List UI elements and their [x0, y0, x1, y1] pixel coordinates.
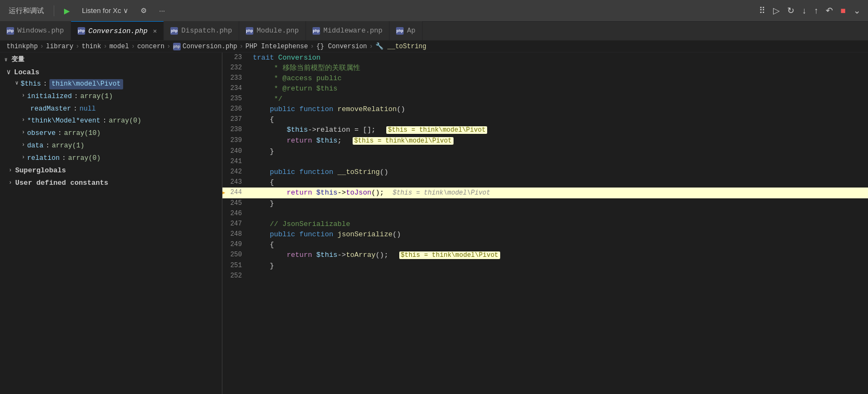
code-editor: 23 trait Conversion 232 * 移除当前模型的关联属性 23…: [222, 53, 868, 394]
listen-button[interactable]: Listen for Xc ∨: [78, 4, 133, 17]
code-line-232: 232 * 移除当前模型的关联属性: [222, 63, 868, 73]
observe-var-item[interactable]: › observe : array(10): [0, 127, 222, 140]
code-content-243: {: [248, 177, 868, 188]
line-num-235: 235: [222, 94, 248, 104]
line-num-247: 247: [222, 219, 248, 229]
line-num-246: 246: [222, 209, 248, 219]
event-var-item[interactable]: › *think\Model*event : array(0): [0, 115, 222, 127]
code-content-241: [248, 157, 868, 167]
download-button[interactable]: ↓: [799, 4, 809, 18]
breadcrumb-model[interactable]: model: [110, 43, 129, 50]
toolbar-separator-1: [54, 5, 54, 16]
undo-button[interactable]: ↶: [822, 3, 836, 18]
stop-button[interactable]: ■: [837, 4, 849, 18]
chevron-down-button[interactable]: ⌄: [850, 3, 864, 18]
play-arrow-button[interactable]: ▷: [770, 3, 783, 18]
code-content-248: public function jsonSerialize(): [248, 229, 868, 240]
locals-header[interactable]: ∨ Locals: [0, 66, 222, 78]
tab-ap[interactable]: php Ap: [390, 21, 423, 40]
breadcrumb-intelephense[interactable]: PHP Intelephense: [246, 43, 308, 50]
breadcrumb-think[interactable]: think: [81, 43, 101, 50]
code-content-246: [248, 209, 868, 219]
tab-ap-label: Ap: [407, 27, 416, 35]
toolbar: 运行和调试 ▶ Listen for Xc ∨ ⚙ ··· ⠿ ▷ ↻ ↓ ↑ …: [0, 0, 868, 22]
user-defined-header[interactable]: › User defined constants: [0, 177, 222, 189]
this-key: $this: [21, 79, 41, 89]
code-line-250: 250 return $this->toArray(); $this = thi…: [222, 250, 868, 261]
breadcrumb-thinkphp[interactable]: thinkphp: [7, 43, 38, 50]
php-icon-module: php: [246, 27, 253, 35]
line-num-240: 240: [222, 146, 248, 157]
upload-button[interactable]: ↑: [810, 4, 821, 18]
observe-key: observe: [27, 128, 56, 139]
code-content-239: return $this; $this = think\model\Pivot: [248, 135, 868, 146]
code-content-236: public function removeRelation(): [248, 104, 868, 114]
initialized-key: initialized: [27, 92, 72, 102]
breadcrumb-conversion-class[interactable]: {} Conversion: [316, 43, 367, 50]
variables-header[interactable]: ∨ 变量: [0, 53, 222, 66]
superglobals-header[interactable]: › Superglobals: [0, 164, 222, 177]
breadcrumb-file[interactable]: Conversion.php: [183, 43, 238, 50]
tab-conversion[interactable]: php Conversion.php ✕: [71, 21, 164, 40]
code-content-237: {: [248, 114, 868, 125]
play-button[interactable]: ▶: [60, 4, 74, 17]
line-num-243: 243: [222, 177, 248, 188]
code-content-245: }: [248, 198, 868, 209]
line-num-241: 241: [222, 157, 248, 167]
code-content-233: * @access public: [248, 73, 868, 83]
initialized-expand[interactable]: ›: [22, 92, 25, 100]
line-num-245: 245: [222, 198, 248, 209]
line-num-23: 23: [222, 53, 248, 63]
observe-expand[interactable]: ›: [22, 128, 25, 137]
user-defined-label: User defined constants: [15, 179, 108, 187]
line-num-236: 236: [222, 104, 248, 114]
php-icon-middleware: php: [312, 27, 320, 35]
line-num-237: 237: [222, 114, 248, 125]
event-expand[interactable]: ›: [22, 116, 25, 124]
relation-expand[interactable]: ›: [22, 153, 25, 162]
breadcrumb-tostring[interactable]: 🔧 __toString: [375, 42, 426, 50]
grid-icon-button[interactable]: ⠿: [756, 3, 769, 18]
listen-label: Listen for Xc: [82, 7, 121, 15]
superglobals-chevron: ›: [9, 167, 12, 173]
tab-windows[interactable]: php Windows.php: [0, 21, 71, 40]
line-num-232: 232: [222, 63, 248, 73]
code-content-240: }: [248, 146, 868, 157]
more-button[interactable]: ···: [155, 4, 169, 17]
tab-middleware[interactable]: php Middleware.pnp: [306, 21, 390, 40]
code-line-236: 236 public function removeRelation(): [222, 104, 868, 114]
relation-var-item[interactable]: › relation : array(0): [0, 152, 222, 165]
run-debug-button[interactable]: 运行和调试: [4, 4, 48, 18]
readmaster-var-item[interactable]: readMaster : null: [0, 103, 222, 115]
line-num-250: 250: [222, 250, 248, 261]
code-line-247: 247 // JsonSerializable: [222, 219, 868, 229]
tab-dispatch[interactable]: php Dispatch.php: [164, 21, 239, 40]
initialized-var-item[interactable]: › initialized : array(1): [0, 91, 222, 103]
breadcrumb-library[interactable]: library: [46, 43, 73, 50]
this-expand[interactable]: ∨: [15, 79, 18, 87]
data-expand[interactable]: ›: [22, 141, 25, 149]
tab-middleware-label: Middleware.pnp: [323, 27, 382, 35]
line-num-239: 239: [222, 135, 248, 146]
breadcrumb-concern[interactable]: concern: [137, 43, 164, 50]
code-content-232: * 移除当前模型的关联属性: [248, 63, 868, 73]
code-content-252: [248, 271, 868, 281]
php-icon-breadcrumb: php: [173, 43, 181, 50]
variables-sidebar: ∨ 变量 ∨ Locals ∨ $this : think\model\Pivo…: [0, 53, 222, 394]
tab-module[interactable]: php Module.pnp: [239, 21, 306, 40]
settings-button[interactable]: ⚙: [136, 4, 151, 17]
code-line-242: 242 public function __toString(): [222, 167, 868, 177]
this-var-item[interactable]: ∨ $this : think\model\Pivot: [0, 78, 222, 91]
code-line-246: 246: [222, 209, 868, 219]
code-line-251: 251 }: [222, 261, 868, 271]
code-line-243: 243 {: [222, 177, 868, 188]
tab-close-icon[interactable]: ✕: [153, 27, 157, 35]
readmaster-value: null: [80, 104, 96, 114]
debug-arrow: ▶: [222, 188, 225, 198]
code-line-23: 23 trait Conversion: [222, 53, 868, 63]
variables-label: 变量: [11, 55, 25, 64]
refresh-button[interactable]: ↻: [784, 3, 797, 18]
data-var-item[interactable]: › data : array(1): [0, 140, 222, 152]
php-icon: php: [7, 27, 14, 35]
code-line-239: 239 return $this; $this = think\model\Pi…: [222, 135, 868, 146]
